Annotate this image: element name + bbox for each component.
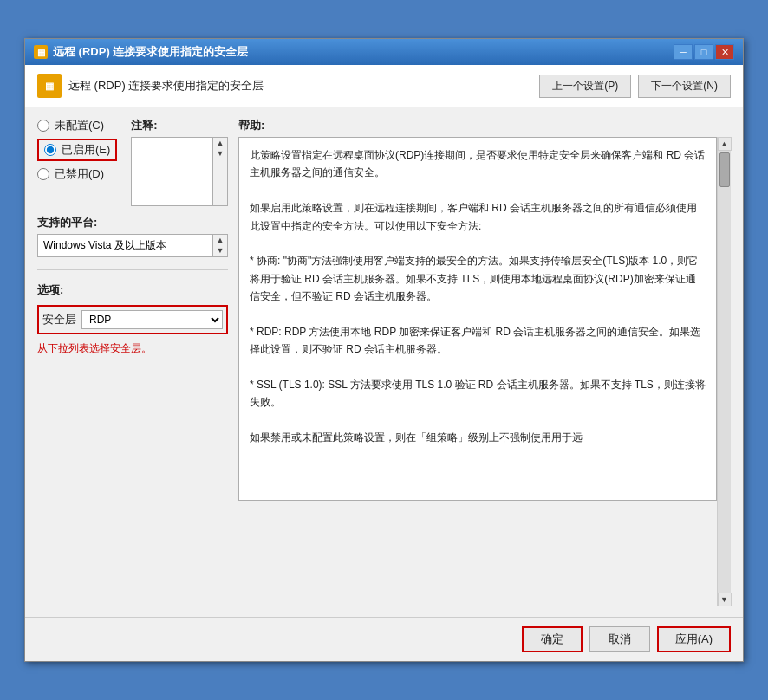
ok-button[interactable]: 确定 [522,626,583,652]
help-content-wrapper: 此策略设置指定在远程桌面协议(RDP)连接期间，是否要求使用特定安全层来确保客户… [238,137,717,501]
divider [37,269,228,270]
title-controls: ─ □ ✕ [674,44,734,60]
help-label: 帮助: [238,118,264,133]
enabled-option[interactable]: 已启用(E) [44,142,110,158]
enabled-box: 已启用(E) [37,139,117,161]
not-configured-radio[interactable] [37,120,49,132]
right-panel: 帮助: 此策略设置指定在远程桌面协议(RDP)连接期间，是否要求使用特定安全层来… [238,118,731,606]
radio-group: 未配置(C) 已启用(E) 已禁用(D) [37,118,117,206]
enabled-radio[interactable] [44,144,56,156]
scrollbar-thumb[interactable] [719,152,730,187]
note-area: 注释: ▲ ▼ [131,118,228,206]
apply-button[interactable]: 应用(A) [657,626,731,652]
two-column-header: 帮助: [238,118,731,133]
platform-scroll-up[interactable]: ▲ [213,235,227,245]
note-scrollbar: ▲ ▼ [212,137,228,206]
platform-area: 支持的平台: Windows Vista 及以上版本 ▲ ▼ [37,215,228,257]
scrollbar-track[interactable] [718,151,731,593]
disabled-label: 已禁用(D) [55,166,104,182]
window-title: 远程 (RDP) 连接要求使用指定的安全层 [53,44,248,60]
hint-text: 从下拉列表选择安全层。 [37,341,228,356]
not-configured-option[interactable]: 未配置(C) [37,118,117,133]
note-scroll-down[interactable]: ▼ [213,148,227,159]
help-para-1: 此策略设置指定在远程桌面协议(RDP)连接期间，是否要求使用特定安全层来确保客户… [250,146,706,182]
title-bar-left: ▦ 远程 (RDP) 连接要求使用指定的安全层 [34,44,248,60]
scrollbar-down-arrow[interactable]: ▼ [718,593,732,606]
main-body: 未配置(C) 已启用(E) 已禁用(D) 注释: [25,107,743,617]
disabled-option[interactable]: 已禁用(D) [37,166,117,182]
prev-setting-button[interactable]: 上一个设置(P) [539,75,631,98]
window-icon: ▦ [34,45,48,59]
platform-value: Windows Vista 及以上版本 [37,234,212,257]
help-para-3: * 协商: "协商"方法强制使用客户端支持的最安全的方法。如果支持传输层安全(T… [250,252,706,305]
help-para-5: * SSL (TLS 1.0): SSL 方法要求使用 TLS 1.0 验证 R… [250,376,706,412]
header-title: 远程 (RDP) 连接要求使用指定的安全层 [68,78,264,94]
cancel-button[interactable]: 取消 [589,626,650,652]
maximize-button[interactable]: □ [694,44,713,60]
security-selector: 安全层 RDP 协商 SSL (TLS 1.0) [37,305,228,334]
not-configured-label: 未配置(C) [55,118,104,133]
minimize-button[interactable]: ─ [674,44,693,60]
header-buttons: 上一个设置(P) 下一个设置(N) [539,75,731,98]
note-textarea[interactable] [131,137,212,206]
security-label: 安全层 [42,312,76,327]
header-section: ▦ 远程 (RDP) 连接要求使用指定的安全层 上一个设置(P) 下一个设置(N… [25,65,743,107]
security-select[interactable]: RDP 协商 SSL (TLS 1.0) [81,310,223,329]
platform-scrollbar: ▲ ▼ [212,234,228,257]
note-label: 注释: [131,118,228,133]
options-label: 选项: [37,282,228,298]
help-scrollbar: ▲ ▼ [717,137,731,606]
disabled-radio[interactable] [37,168,49,180]
help-para-4: * RDP: RDP 方法使用本地 RDP 加密来保证客户端和 RD 会话主机服… [250,323,706,359]
enabled-label: 已启用(E) [62,142,110,158]
platform-text: Windows Vista 及以上版本 [43,238,166,253]
options-section: 选项: 安全层 RDP 协商 SSL (TLS 1.0) 从下拉列表选择安全层。 [37,282,228,356]
note-scroll-up[interactable]: ▲ [213,138,227,148]
help-content: 此策略设置指定在远程桌面协议(RDP)连接期间，是否要求使用特定安全层来确保客户… [239,138,716,456]
next-setting-button[interactable]: 下一个设置(N) [638,75,731,98]
help-para-6: 如果禁用或未配置此策略设置，则在「组策略」级别上不强制使用用于远 [250,429,706,446]
title-bar: ▦ 远程 (RDP) 连接要求使用指定的安全层 ─ □ ✕ [25,39,743,65]
scrollbar-up-arrow[interactable]: ▲ [718,137,732,151]
header-left: ▦ 远程 (RDP) 连接要求使用指定的安全层 [37,74,264,98]
header-icon: ▦ [37,74,62,98]
main-window: ▦ 远程 (RDP) 连接要求使用指定的安全层 ─ □ ✕ ▦ 远程 (RDP)… [24,38,744,662]
close-button[interactable]: ✕ [715,44,734,60]
help-para-2: 如果启用此策略设置，则在远程连接期间，客户端和 RD 会话主机服务器之间的所有通… [250,199,706,235]
bottom-buttons: 确定 取消 应用(A) [25,617,743,661]
left-panel: 未配置(C) 已启用(E) 已禁用(D) 注释: [37,118,228,606]
platform-label: 支持的平台: [37,215,228,230]
platform-scroll-down[interactable]: ▼ [213,245,227,256]
